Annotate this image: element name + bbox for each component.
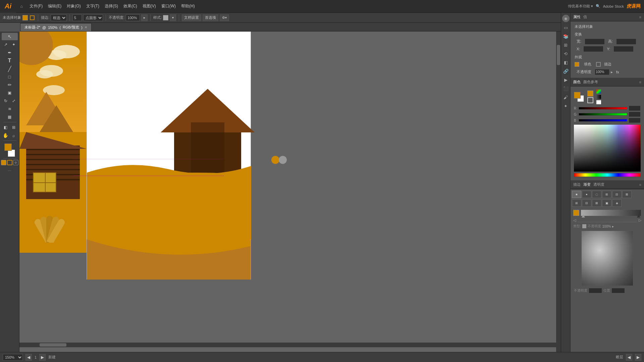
select-tool-btn[interactable]: ↖	[2, 33, 18, 40]
pencil-tool-btn[interactable]: ✏	[2, 81, 18, 88]
color-spectrum[interactable]	[574, 125, 641, 172]
properties-tab[interactable]: 属性	[573, 14, 581, 19]
horizontal-scroll-thumb[interactable]	[40, 343, 66, 347]
color-panel-menu-btn[interactable]: ≡	[639, 80, 641, 84]
actions-icon-btn[interactable]: ▶	[562, 76, 569, 83]
links-icon-btn[interactable]: 🔗	[562, 68, 569, 74]
libraries-icon-btn[interactable]: 📚	[562, 33, 569, 40]
align-btn2[interactable]: ⊟	[612, 191, 622, 198]
vertical-scrollbar[interactable]	[556, 32, 561, 352]
opacity-arrow-btn[interactable]: ▸	[141, 14, 148, 21]
distribute-btn2[interactable]: ⊟	[582, 199, 591, 207]
menu-window[interactable]: 窗口(W)	[159, 0, 178, 13]
opacity-input-prop[interactable]	[595, 69, 609, 75]
x-input[interactable]	[583, 46, 603, 52]
home-button[interactable]: ⌂	[16, 0, 27, 13]
stroke-tab[interactable]: 描边	[573, 182, 581, 187]
distribute-btn4[interactable]: ▣	[602, 199, 611, 207]
menu-view[interactable]: 视图(V)	[140, 0, 159, 13]
canvas-area[interactable]	[19, 32, 570, 352]
gradient-tool-btn[interactable]: ◧	[2, 124, 10, 131]
gradient-fill-swatch[interactable]	[573, 210, 579, 216]
stroke-btn[interactable]	[587, 97, 593, 103]
g-slider[interactable]	[579, 113, 627, 116]
grad-arrow-right[interactable]: ▷	[639, 218, 641, 223]
menu-select[interactable]: 选择(S)	[102, 0, 121, 13]
symbols-icon-btn[interactable]: ✦	[562, 103, 569, 109]
freeform-grad-btn[interactable]: ◌	[592, 191, 601, 198]
horizontal-scrollbar[interactable]	[19, 343, 556, 347]
stroke-width-input[interactable]	[72, 14, 82, 21]
mesh-tool-btn[interactable]: ⊞	[10, 124, 18, 131]
panel-menu-btn[interactable]: ≡	[639, 15, 641, 19]
hand-tool-btn[interactable]: ✋	[2, 132, 10, 139]
cloud-btn[interactable]: Adobe Stock	[603, 4, 624, 8]
toolbar-extra-btn[interactable]: ⚙▾	[220, 14, 229, 21]
doc-settings-btn[interactable]: 文档设置	[182, 14, 201, 21]
color-ref-tab[interactable]: 颜色参考	[583, 79, 598, 84]
preferences-btn[interactable]: 首选项	[203, 14, 218, 21]
distribute-btn3[interactable]: ⊠	[592, 199, 601, 207]
more-align-btns[interactable]: ⊞	[602, 191, 611, 198]
pen-tool-btn[interactable]: ✒	[2, 49, 18, 56]
toggle-circle-gray[interactable]	[279, 156, 287, 164]
grad-stop1[interactable]	[582, 214, 585, 218]
distribute-btn5[interactable]: ◈	[612, 199, 622, 207]
distribute-btn1[interactable]: ⊞	[572, 199, 581, 207]
brushes-icon-btn[interactable]: 🖌	[562, 94, 569, 101]
next-page-btn[interactable]: ▶	[39, 354, 46, 361]
status-right-btn[interactable]: ▶	[635, 354, 641, 361]
pathfinder-icon-btn[interactable]: ◧	[562, 59, 569, 66]
rotate-tool-btn[interactable]: ↻	[2, 97, 10, 105]
transform-icon-btn[interactable]: ⟲	[562, 50, 569, 57]
fill-btn[interactable]	[587, 90, 593, 97]
gradient-panel-menu[interactable]: ≡	[639, 183, 641, 187]
document-tab[interactable]: 未标题-2* @ 150% ( RGB/预览 ) ✕	[20, 23, 92, 31]
white-btn[interactable]	[596, 100, 601, 105]
b-input[interactable]	[629, 118, 641, 123]
b-slider[interactable]	[579, 119, 627, 122]
stroke-color-swatch[interactable]	[30, 15, 35, 20]
rect-tool-btn[interactable]: □	[2, 73, 18, 80]
linear-grad-btn[interactable]: ■	[572, 191, 581, 198]
scale-tool-btn[interactable]: ⤢	[10, 97, 18, 105]
gradient-tab[interactable]: 渐变	[583, 182, 591, 187]
menu-effects[interactable]: 效果(C)	[121, 0, 140, 13]
align-btn3[interactable]: ⊠	[622, 191, 632, 198]
graph-tool-btn[interactable]: ▦	[2, 113, 18, 121]
direct-select-btn[interactable]: ↗	[2, 41, 10, 48]
magic-wand-btn[interactable]: ✦	[10, 41, 18, 48]
opacity-bottom-input[interactable]	[589, 288, 602, 293]
grad-opacity-bar[interactable]	[577, 219, 637, 222]
stroke-type-select[interactable]: 框选	[51, 14, 67, 21]
stroke-shape-select[interactable]: 点圆形	[83, 14, 103, 21]
paint-bucket-btn[interactable]: ▣	[2, 89, 18, 97]
location-input[interactable]	[611, 288, 625, 293]
grad-arrow-left[interactable]: ◁	[573, 218, 576, 223]
status-left-btn[interactable]: ◀	[626, 354, 632, 361]
vertical-scroll-thumb[interactable]	[557, 45, 560, 65]
layers-icon-btn[interactable]: ◉	[562, 15, 570, 22]
radial-grad-btn[interactable]: ●	[582, 191, 591, 198]
tab-close-btn[interactable]: ✕	[85, 25, 87, 29]
line-tool-btn[interactable]: ╱	[2, 65, 18, 72]
zoom-tool-btn[interactable]: ⌕	[10, 132, 18, 139]
prev-page-btn[interactable]: ◀	[25, 354, 32, 361]
fill-indicator[interactable]	[1, 160, 6, 165]
hue-slider[interactable]	[574, 173, 641, 177]
grad-stop2[interactable]	[637, 214, 640, 218]
artboards-icon-btn[interactable]: ▭	[562, 24, 569, 31]
more-tools-btn[interactable]: …	[2, 166, 18, 173]
color-mode-btn[interactable]	[596, 89, 601, 94]
width-input[interactable]	[585, 39, 605, 45]
g-input[interactable]	[629, 112, 641, 117]
fg-color-swatch[interactable]	[574, 92, 581, 99]
style-swatch[interactable]	[163, 15, 168, 20]
stroke-swatch-prop[interactable]	[596, 62, 601, 67]
r-input[interactable]	[629, 106, 641, 111]
none-btn[interactable]	[596, 95, 601, 99]
fill-swatch-prop[interactable]	[575, 62, 579, 67]
stroke-indicator-tool[interactable]	[7, 160, 12, 165]
height-input[interactable]	[616, 39, 636, 45]
info-tab[interactable]: 信	[583, 14, 587, 19]
